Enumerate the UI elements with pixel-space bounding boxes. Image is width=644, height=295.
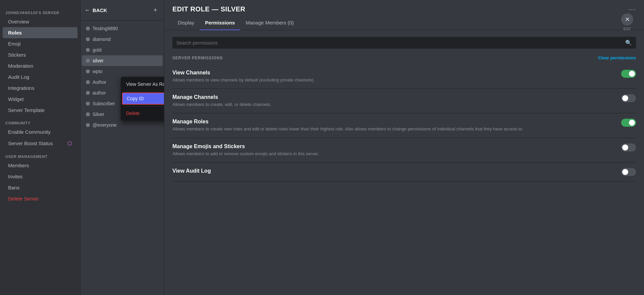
tab-permissions[interactable]: Permissions xyxy=(200,16,240,30)
esc-button[interactable]: ✕ ESC xyxy=(621,13,633,31)
add-role-button[interactable]: + xyxy=(151,5,160,15)
tab-manage-members[interactable]: Manage Members (0) xyxy=(240,16,299,30)
clear-permissions-button[interactable]: Clear permissions xyxy=(598,55,636,60)
middle-header: ← BACK + xyxy=(80,0,164,20)
role-item-testing9890[interactable]: Testing9890 xyxy=(82,23,163,34)
role-item-everyone[interactable]: @everyone xyxy=(82,120,163,130)
middle-panel: ← BACK + Testing9890 diamond gold silver… xyxy=(80,0,164,295)
permissions-section-title: SERVER PERMISSIONS Clear permissions xyxy=(172,55,636,60)
sidebar-item-members[interactable]: Members xyxy=(3,160,77,171)
user-management-section-label: USER MANAGEMENT xyxy=(0,149,80,160)
permission-manage-roles: Manage Roles Allows members to create ne… xyxy=(172,113,636,138)
tabs-bar: Display Permissions Manage Members (0) xyxy=(164,16,644,30)
sidebar-item-overview[interactable]: Overview xyxy=(3,16,77,27)
context-menu: View Server As Role › Copy ID Delete 🗑 xyxy=(121,77,164,121)
role-dot xyxy=(86,80,90,84)
tab-display[interactable]: Display xyxy=(172,16,200,30)
permission-info: Manage Emojis and Stickers Allows member… xyxy=(172,143,616,157)
role-dot xyxy=(86,37,90,41)
sidebar-item-invites[interactable]: Invites xyxy=(3,171,77,182)
more-options-button[interactable]: ··· xyxy=(628,5,636,13)
roles-list: Testing9890 diamond gold silver wpto Aut… xyxy=(80,20,164,295)
toggle-manage-channels[interactable]: ✕ xyxy=(621,94,636,102)
toggle-manage-emojis-stickers[interactable]: ✕ xyxy=(621,143,636,152)
role-item-wpto[interactable]: wpto xyxy=(82,66,163,77)
sidebar-item-emoji[interactable]: Emoji xyxy=(3,38,77,49)
toggle-x-icon: ✕ xyxy=(623,97,626,100)
context-menu-divider xyxy=(123,91,164,91)
sidebar-item-roles[interactable]: Roles xyxy=(3,27,77,38)
sidebar-item-integrations[interactable]: Integrations xyxy=(3,82,77,94)
sidebar-item-widget[interactable]: Widget xyxy=(3,94,77,105)
role-dot xyxy=(86,91,90,95)
permission-info: View Audit Log xyxy=(172,168,616,175)
permission-info: View Channels Allows members to view cha… xyxy=(172,70,616,83)
role-dot xyxy=(86,112,90,116)
permission-view-channels: View Channels Allows members to view cha… xyxy=(172,64,636,89)
search-input[interactable] xyxy=(176,40,623,46)
role-dot xyxy=(86,26,90,31)
community-section-label: COMMUNITY xyxy=(0,116,80,126)
toggle-view-channels[interactable]: ✓ xyxy=(621,70,636,78)
main-header: EDIT ROLE — SILVER ··· xyxy=(164,0,644,13)
search-bar: 🔍 xyxy=(172,37,636,49)
role-item-gold[interactable]: gold xyxy=(82,45,163,55)
context-menu-view-server-as-role[interactable]: View Server As Role › xyxy=(122,79,164,90)
toggle-view-audit-log[interactable]: ✕ xyxy=(621,168,636,176)
sidebar-item-server-template[interactable]: Server Template xyxy=(3,105,77,116)
role-dot xyxy=(86,69,90,73)
context-menu-divider2 xyxy=(123,106,164,106)
main-body: 🔍 SERVER PERMISSIONS Clear permissions V… xyxy=(164,30,644,295)
sidebar-item-enable-community[interactable]: Enable Community xyxy=(3,126,77,137)
back-arrow-icon: ← xyxy=(85,7,91,14)
permission-view-audit-log: View Audit Log ✕ xyxy=(172,163,636,182)
left-sidebar: JOHNEVANS120'S SERVER Overview Roles Emo… xyxy=(0,0,80,295)
main-content: EDIT ROLE — SILVER ··· Display Permissio… xyxy=(164,0,644,295)
sidebar-item-delete-server[interactable]: Delete Server xyxy=(3,193,77,204)
permission-info: Manage Roles Allows members to create ne… xyxy=(172,119,616,132)
role-item-silver[interactable]: silver xyxy=(82,55,163,66)
toggle-manage-roles[interactable]: ✓ xyxy=(621,119,636,127)
toggle-checkmark-icon: ✓ xyxy=(631,121,634,125)
role-dot xyxy=(86,102,90,106)
role-item-diamond[interactable]: diamond xyxy=(82,34,163,45)
server-name-label: JOHNEVANS120'S SERVER xyxy=(0,5,80,16)
boost-icon: ⬡ xyxy=(67,140,72,146)
sidebar-item-bans[interactable]: Bans xyxy=(3,182,77,193)
toggle-x-icon: ✕ xyxy=(623,170,626,174)
esc-circle: ✕ xyxy=(621,13,633,25)
permission-info: Manage Channels Allows members to create… xyxy=(172,94,616,108)
permission-manage-emojis-stickers: Manage Emojis and Stickers Allows member… xyxy=(172,138,636,163)
sidebar-item-stickers[interactable]: Stickers xyxy=(3,49,77,60)
toggle-x-icon: ✕ xyxy=(623,145,626,149)
sidebar-item-audit-log[interactable]: Audit Log xyxy=(3,71,77,82)
sidebar-item-server-boost-status[interactable]: Server Boost Status ⬡ xyxy=(3,137,77,149)
context-menu-copy-id[interactable]: Copy ID xyxy=(122,93,164,105)
role-dot xyxy=(86,48,90,52)
edit-role-title: EDIT ROLE — SILVER xyxy=(172,5,246,13)
toggle-checkmark-icon: ✓ xyxy=(631,72,634,76)
search-icon: 🔍 xyxy=(625,40,632,46)
role-dot xyxy=(86,59,90,63)
sidebar-item-moderation[interactable]: Moderation xyxy=(3,60,77,71)
permission-manage-channels: Manage Channels Allows members to create… xyxy=(172,89,636,113)
role-dot xyxy=(86,123,90,127)
back-button[interactable]: ← BACK xyxy=(85,7,148,14)
context-menu-delete[interactable]: Delete 🗑 xyxy=(122,108,164,119)
